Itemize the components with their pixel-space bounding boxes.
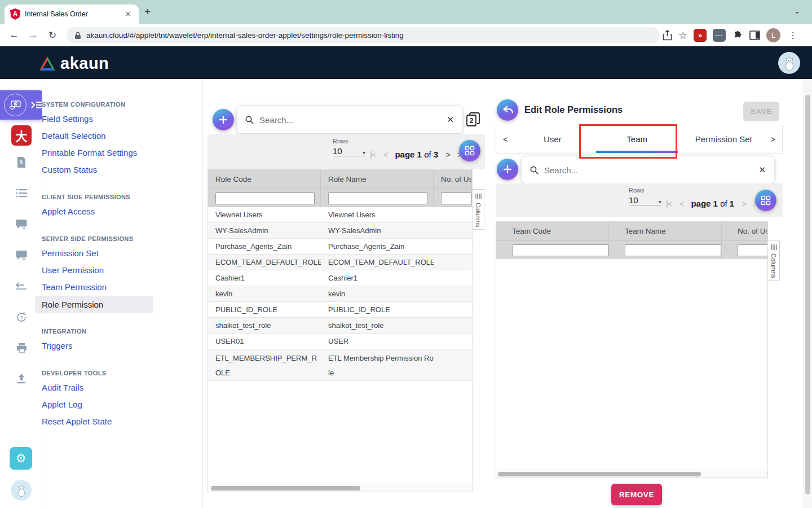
add-team-button[interactable]	[497, 159, 518, 180]
assistant-avatar[interactable]	[11, 480, 32, 501]
column-no-of-users[interactable]: No. of Us	[722, 222, 767, 240]
filter-role-code-input[interactable]	[215, 192, 315, 204]
add-role-button[interactable]	[213, 109, 234, 130]
sidebar-item-custom-status[interactable]: Custom Status	[42, 165, 97, 174]
first-page-button[interactable]: |<	[666, 199, 672, 208]
table-row[interactable]: Viewnet UsersViewnet Users	[208, 207, 472, 223]
chrome-menu-icon[interactable]: ⋮	[787, 30, 799, 41]
tab-user[interactable]: User	[515, 125, 590, 153]
teams-search-box[interactable]: ✕	[522, 156, 774, 183]
next-page-button[interactable]: >	[445, 150, 450, 159]
table-row[interactable]: ETL_MEMBERSHIP_PERM_ROLE ETL Membership …	[208, 349, 472, 381]
reload-button[interactable]: ↻	[43, 29, 62, 41]
sidebar-item-printable-format-settings[interactable]: Printable Format Settings	[42, 148, 137, 157]
chrome-profile-avatar[interactable]: L	[766, 28, 780, 42]
sidebar-item-default-selection[interactable]: Default Selection	[42, 131, 105, 141]
table-row[interactable]: WY-SalesAdminWY-SalesAdmin	[208, 223, 472, 239]
teams-horizontal-scrollbar[interactable]	[496, 470, 767, 478]
teams-search-input[interactable]	[544, 165, 753, 175]
grid-view-button[interactable]	[459, 140, 480, 161]
dai-applet-icon[interactable]: 大	[11, 125, 32, 146]
chat-bubble-icon[interactable]	[14, 248, 28, 262]
clear-search-icon[interactable]: ✕	[447, 115, 454, 125]
rows-per-page-select[interactable]: 10 ▾	[333, 146, 365, 156]
table-row[interactable]: Cashier1Cashier1	[208, 270, 472, 286]
new-tab-button[interactable]: +	[144, 6, 151, 18]
roles-horizontal-scrollbar[interactable]	[208, 484, 472, 492]
sidebar-item-reset-applet-state[interactable]: Reset Applet State	[42, 417, 112, 426]
roles-columns-tab[interactable]: Columns	[473, 189, 484, 230]
grid-view-button[interactable]	[755, 190, 776, 211]
sidebar-item-applet-access[interactable]: Applet Access	[42, 207, 95, 216]
rows-per-page-select[interactable]: 10 ▾	[629, 195, 661, 205]
extension-fastforward-icon[interactable]: »	[694, 29, 707, 42]
tabs-scroll-left-icon[interactable]: <	[496, 134, 515, 144]
back-button-panel[interactable]	[497, 99, 518, 121]
settings-gear-tile[interactable]: ⚙	[10, 447, 32, 470]
table-row[interactable]: Purchase_Agents_ZainPurchase_Agents_Zain	[208, 239, 472, 255]
back-button[interactable]: ←	[5, 29, 24, 41]
clear-search-icon[interactable]: ✕	[758, 165, 766, 175]
list-icon[interactable]	[14, 186, 28, 200]
share-icon[interactable]	[663, 30, 672, 41]
filter-team-code-input[interactable]	[512, 244, 608, 256]
billing-doc-icon[interactable]: $	[14, 155, 28, 169]
side-panel-icon[interactable]	[749, 30, 760, 40]
sidebar-item-applet-log[interactable]: Applet Log	[42, 400, 82, 409]
sidebar-item-role-permission-active[interactable]: Role Permission	[35, 296, 153, 313]
active-tab-underline	[596, 151, 678, 153]
sidebar-item-triggers[interactable]: Triggers	[42, 341, 72, 351]
filter-role-name-input[interactable]	[328, 192, 427, 204]
sidebar-item-permission-set[interactable]: Permission Set	[42, 248, 99, 258]
filter-team-name-input[interactable]	[625, 244, 721, 256]
table-row[interactable]: shaikot_test_roleshaikot_test_role	[208, 318, 472, 334]
tab-permission-set[interactable]: Permission Set	[683, 125, 764, 153]
tab-search-chevron-icon[interactable]: ⌄	[794, 7, 800, 15]
prev-page-button[interactable]: <	[383, 150, 388, 159]
tabs-scroll-right-icon[interactable]: >	[764, 134, 782, 144]
address-bar[interactable]: akaun.cloud/#/applet/tnt/wavelet/erp/int…	[67, 27, 660, 43]
sidebar-item-audit-trails[interactable]: Audit Trails	[42, 383, 83, 392]
akaun-logo[interactable]: akaun	[38, 54, 109, 73]
scrollbar-thumb[interactable]	[211, 486, 360, 491]
table-row[interactable]: kevinkevin	[208, 286, 472, 302]
save-button[interactable]: SAVE	[743, 102, 779, 121]
roles-search-input[interactable]	[259, 115, 441, 125]
duplicate-pages-icon[interactable]: 2	[466, 112, 480, 130]
forward-button[interactable]: →	[24, 29, 43, 41]
tab-close-icon[interactable]: ✕	[123, 9, 133, 19]
table-row[interactable]: PUBLIC_ID_ROLEPUBLIC_ID_ROLE	[208, 302, 472, 318]
table-row[interactable]: USER01USER	[208, 334, 472, 349]
remove-button[interactable]: REMOVE	[611, 484, 662, 505]
bookmark-star-icon[interactable]: ☆	[678, 29, 687, 42]
tab-team[interactable]: Team	[590, 125, 683, 153]
prev-page-button[interactable]: <	[679, 199, 684, 208]
printer-icon[interactable]	[14, 341, 28, 355]
chat-bubble-icon[interactable]	[14, 217, 28, 231]
user-avatar[interactable]	[778, 52, 800, 74]
column-no-of-users[interactable]: No. of Us	[434, 170, 472, 189]
teams-columns-tab[interactable]: Columns	[768, 240, 780, 281]
filter-no-of-users-input[interactable]	[738, 244, 768, 256]
scrollbar-thumb[interactable]	[498, 472, 701, 476]
first-page-button[interactable]: |<	[370, 150, 376, 159]
extensions-puzzle-icon[interactable]	[732, 30, 743, 41]
column-team-code[interactable]: Team Code	[496, 222, 609, 240]
browser-tab[interactable]: A Internal Sales Order ✕	[5, 5, 139, 24]
column-role-code[interactable]: Role Code	[208, 170, 321, 189]
scrollbar-thumb[interactable]	[805, 95, 810, 494]
sidebar-item-team-permission[interactable]: Team Permission	[42, 282, 107, 292]
sidebar-item-user-permission[interactable]: User Permission	[42, 265, 104, 275]
column-role-name[interactable]: Role Name	[321, 170, 434, 189]
collapse-menu-icon[interactable]	[31, 100, 42, 110]
filter-no-of-users-input[interactable]	[441, 192, 471, 204]
next-page-button[interactable]: >	[742, 199, 746, 208]
extension-dots-icon[interactable]: ···	[713, 29, 726, 42]
roles-search-box[interactable]: ✕	[237, 106, 462, 133]
history-clock-icon[interactable]: ?	[14, 310, 28, 324]
table-row[interactable]: ECOM_TEAM_DEFAULT_ROLEECOM_TEAM_DEFAULT_…	[208, 255, 472, 270]
upload-icon[interactable]	[14, 371, 28, 386]
column-team-name[interactable]: Team Name	[609, 222, 722, 240]
transfer-arrows-icon[interactable]	[14, 279, 28, 294]
sidebar-item-field-settings[interactable]: Field Settings	[42, 114, 93, 124]
